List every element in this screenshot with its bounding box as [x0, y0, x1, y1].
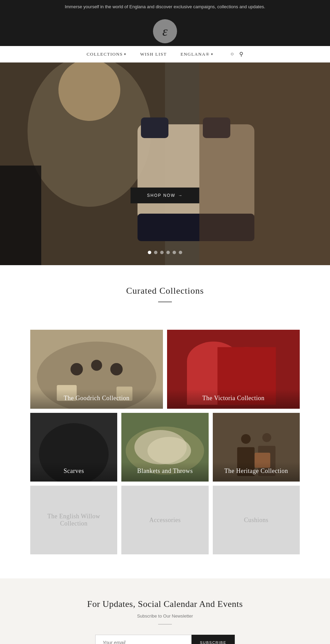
- carousel-dot-3[interactable]: [160, 251, 164, 254]
- collection-blankets[interactable]: Blankets and Throws: [121, 413, 208, 482]
- english-willow-label: The English Willow Collection: [30, 513, 117, 527]
- nav-icons: ○ ⚲: [230, 51, 243, 57]
- carousel-dot-4[interactable]: [166, 251, 170, 254]
- hero-carousel-dots: [148, 251, 182, 254]
- top-bar-message: Immerse yourself in the world of Englana…: [65, 4, 265, 9]
- user-icon[interactable]: ○: [230, 51, 234, 57]
- newsletter-divider: [158, 624, 172, 624]
- carousel-dot-6[interactable]: [179, 251, 182, 254]
- accessories-label: Accessories: [121, 517, 208, 524]
- collection-english-willow[interactable]: The English Willow Collection: [30, 486, 117, 554]
- top-bar: Immerse yourself in the world of Englana…: [0, 0, 330, 13]
- svg-point-14: [110, 363, 123, 375]
- collection-scarves[interactable]: Scarves: [30, 413, 117, 482]
- newsletter-section: For Updates, Social Calendar And Events …: [0, 578, 330, 644]
- carousel-dot-1[interactable]: [148, 251, 151, 254]
- newsletter-title: For Updates, Social Calendar And Events: [10, 599, 320, 609]
- svg-point-31: [262, 433, 271, 442]
- logo-area: ε: [0, 13, 330, 46]
- chevron-down-icon: ▾: [211, 52, 213, 56]
- subscribe-button[interactable]: SUBSCRIBE: [191, 635, 234, 644]
- svg-point-12: [70, 363, 83, 375]
- curated-section: Curated Collections: [0, 265, 330, 330]
- hero-banner: SHOP NOW →: [0, 63, 330, 265]
- collection-accessories[interactable]: Accessories: [121, 486, 208, 554]
- victoria-label: The Victoria Collection: [167, 389, 300, 409]
- chevron-down-icon: ▾: [124, 52, 126, 56]
- svg-point-13: [91, 360, 102, 371]
- email-input[interactable]: [95, 635, 191, 644]
- main-nav: COLLECTIONS ▾ WISH LIST ENGLANA® ▾ ○ ⚲: [0, 46, 330, 63]
- hero-cta-area: SHOP NOW →: [131, 188, 199, 203]
- carousel-dot-2[interactable]: [154, 251, 157, 254]
- title-divider: [158, 302, 172, 302]
- hero-overlay: [0, 63, 330, 265]
- logo[interactable]: ε: [153, 19, 177, 43]
- newsletter-form: SUBSCRIBE: [10, 635, 320, 644]
- blankets-label: Blankets and Throws: [121, 462, 208, 482]
- collection-heritage[interactable]: The Heritage Collection: [213, 413, 300, 482]
- nav-englana[interactable]: ENGLANA® ▾: [180, 52, 213, 57]
- collection-cushions[interactable]: Cushions: [213, 486, 300, 554]
- collections-row-light: The English Willow Collection Accessorie…: [30, 486, 300, 554]
- shop-now-button[interactable]: SHOP NOW →: [131, 188, 199, 203]
- newsletter-subtitle: Subscribe to Our Newsletter: [10, 613, 320, 619]
- arrow-icon: →: [178, 193, 183, 198]
- curated-title: Curated Collections: [7, 286, 323, 296]
- search-icon[interactable]: ⚲: [239, 51, 243, 57]
- svg-point-27: [147, 437, 191, 464]
- heritage-label: The Heritage Collection: [213, 462, 300, 482]
- carousel-dot-5[interactable]: [173, 251, 176, 254]
- nav-collections[interactable]: COLLECTIONS ▾: [87, 52, 126, 57]
- collections-row-medium: Scarves Blankets and Throws: [30, 413, 300, 482]
- collections-grid: The Goodrich Collection The Victoria Col…: [0, 330, 330, 568]
- collections-row-large: The Goodrich Collection The Victoria Col…: [30, 330, 300, 409]
- goodrich-label: The Goodrich Collection: [30, 389, 163, 409]
- svg-point-29: [241, 434, 251, 444]
- scarves-label: Scarves: [30, 462, 117, 482]
- collection-goodrich[interactable]: The Goodrich Collection: [30, 330, 163, 409]
- cushions-label: Cushions: [213, 517, 300, 524]
- nav-wishlist[interactable]: WISH LIST: [140, 52, 167, 57]
- collection-victoria[interactable]: The Victoria Collection: [167, 330, 300, 409]
